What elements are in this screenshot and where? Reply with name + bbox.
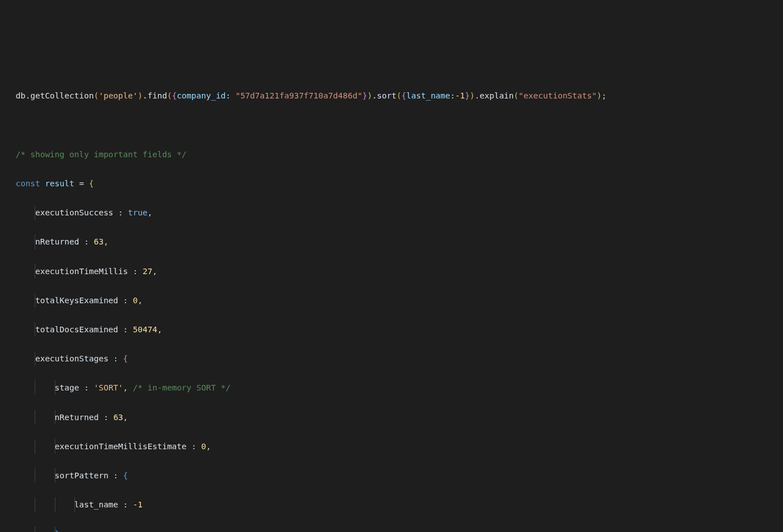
code-token: 63 — [94, 237, 103, 246]
code-token: stage — [55, 383, 79, 392]
code-line: executionTimeMillis : 27, — [16, 264, 772, 279]
code-editor[interactable]: db.getCollection('people').find({company… — [16, 74, 772, 532]
code-line: nReturned : 63, — [16, 410, 772, 425]
code-token: .getCollection — [25, 91, 93, 100]
code-token: nReturned — [55, 413, 99, 422]
code-token: last_name — [74, 500, 119, 509]
comment: /* in-memory SORT */ — [133, 383, 231, 392]
code-token: -1 — [455, 91, 465, 100]
code-token: totalKeysExamined — [35, 296, 118, 305]
code-line: const result = { — [16, 176, 772, 191]
code-line: }, — [16, 526, 772, 532]
code-token: 50474 — [133, 325, 158, 334]
code-token: 63 — [114, 413, 123, 422]
code-line: totalDocsExamined : 50474, — [16, 322, 772, 337]
code-token: totalDocsExamined — [35, 325, 118, 334]
code-token: nReturned — [35, 237, 79, 246]
code-line: executionStages : { — [16, 351, 772, 366]
code-token: sortPattern — [55, 471, 109, 480]
code-token: db — [16, 91, 25, 100]
code-token: true — [128, 208, 148, 217]
code-token: 0 — [133, 296, 138, 305]
code-token: last_name — [406, 91, 450, 100]
code-line: last_name : -1 — [16, 497, 772, 512]
code-line: /* showing only important fields */ — [16, 147, 772, 162]
code-token: .find — [143, 91, 167, 100]
code-line: nReturned : 63, — [16, 234, 772, 249]
code-token: const — [16, 179, 40, 188]
code-token: result — [45, 179, 74, 188]
code-token: executionTimeMillis — [35, 267, 128, 276]
code-token: 'SORT' — [94, 383, 123, 392]
code-token: "57d7a121fa937f710a7d486d" — [235, 91, 362, 100]
comment: /* showing only important fields */ — [16, 150, 187, 159]
code-token: executionTimeMillisEstimate — [55, 442, 187, 451]
code-token: .sort — [372, 91, 397, 100]
code-token: 'people' — [98, 91, 138, 100]
code-token: 27 — [143, 267, 152, 276]
code-line: stage : 'SORT', /* in-memory SORT */ — [16, 380, 772, 395]
code-token: company_id — [177, 91, 225, 100]
code-line: sortPattern : { — [16, 468, 772, 483]
code-line: totalKeysExamined : 0, — [16, 293, 772, 308]
code-line — [16, 118, 772, 133]
code-token: -1 — [133, 500, 143, 509]
code-token: executionStages — [35, 354, 109, 363]
code-line: db.getCollection('people').find({company… — [16, 88, 772, 103]
code-token: "executionStats" — [518, 91, 597, 100]
code-token: .explain — [475, 91, 514, 100]
code-token: executionSuccess — [35, 208, 114, 217]
code-line: executionSuccess : true, — [16, 205, 772, 220]
code-line: executionTimeMillisEstimate : 0, — [16, 439, 772, 454]
